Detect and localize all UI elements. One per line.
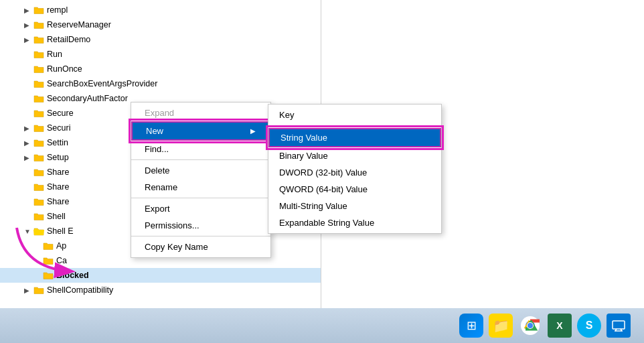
tree-item-label: Share — [47, 182, 69, 192]
folder-icon — [33, 19, 44, 30]
folder-icon — [33, 78, 44, 89]
submenu-item-label: Multi-String Value — [279, 201, 347, 211]
expand-arrow-icon: ▶ — [24, 287, 32, 294]
expand-arrow-icon: ▶ — [24, 125, 32, 132]
menu-separator — [131, 159, 270, 160]
tree-item-label: Share — [47, 197, 69, 206]
menu-item-label: Find... — [145, 144, 169, 154]
context-menu-item[interactable]: Permissions... — [131, 217, 270, 234]
tree-item-label: ShellCompatibility — [47, 285, 113, 295]
tree-item-label: SecondaryAuthFactor — [47, 94, 128, 103]
submenu-item[interactable]: Key — [268, 107, 441, 123]
menu-item-label: Expand — [145, 108, 174, 118]
menu-item-label: New — [146, 126, 163, 136]
submenu-item-label: Binary Value — [279, 151, 328, 161]
context-menu-item[interactable]: Export — [131, 200, 270, 217]
submenu-item[interactable]: Multi-String Value — [268, 198, 441, 214]
context-menu-item[interactable]: Delete — [131, 162, 270, 179]
folder-icon — [33, 123, 44, 133]
context-menu: ExpandNew▶Find...DeleteRenameExportPermi… — [131, 102, 271, 258]
folder-icon — [33, 64, 44, 74]
menu-item-label: Copy Key Name — [145, 242, 208, 252]
submenu-arrow-icon: ▶ — [250, 127, 256, 135]
expand-arrow-icon: ▶ — [24, 154, 32, 161]
folder-icon — [33, 108, 44, 119]
chrome-icon[interactable] — [518, 314, 542, 338]
folder-icon — [33, 49, 44, 60]
tree-item-label: SearchBoxEventArgsProvider — [47, 79, 157, 88]
submenu-item-label: Expandable String Value — [279, 218, 374, 228]
submenu-separator — [268, 125, 441, 126]
tree-item-label: Secure — [47, 109, 74, 118]
excel-icon[interactable]: X — [548, 314, 572, 338]
tree-item-label: ReserveManager — [47, 20, 111, 29]
expand-arrow-icon: ▶ — [24, 36, 32, 44]
arrow-annotation — [10, 221, 84, 283]
menu-item-label: Rename — [145, 182, 177, 192]
folder-icon — [33, 285, 44, 295]
tree-item-label: Shell — [47, 212, 66, 221]
folder-icon — [33, 137, 44, 148]
folder-icon — [33, 167, 44, 178]
tree-item-label: rempl — [47, 5, 68, 15]
tree-item-label: Run — [47, 50, 62, 59]
context-menu-item[interactable]: Rename — [131, 179, 270, 196]
file-explorer-icon[interactable]: 📁 — [489, 314, 513, 338]
folder-icon — [33, 152, 44, 163]
submenu-item-label: QWORD (64-bit) Value — [279, 184, 368, 194]
tree-item[interactable]: RunOnce — [0, 62, 321, 76]
tree-item-label: RetailDemo — [47, 35, 90, 44]
expand-arrow-icon: ▶ — [24, 21, 32, 29]
svg-point-4 — [528, 323, 533, 328]
submenu-item-label: String Value — [280, 133, 327, 143]
context-menu-item[interactable]: Expand — [131, 105, 270, 121]
skype-icon[interactable]: S — [577, 314, 601, 338]
rdp-icon[interactable] — [607, 314, 631, 338]
tree-item-label: Settin — [47, 138, 68, 147]
folder-icon — [33, 182, 44, 192]
submenu-item[interactable]: String Value — [268, 128, 441, 147]
folder-icon — [33, 211, 44, 222]
context-menu-item[interactable]: New▶ — [131, 121, 270, 141]
tree-item-label: RunOnce — [47, 64, 82, 74]
tree-item[interactable]: SearchBoxEventArgsProvider — [0, 76, 321, 91]
taskbar: ⊞ 📁 X S — [0, 308, 644, 343]
submenu-item[interactable]: DWORD (32-bit) Value — [268, 164, 441, 181]
context-menu-item[interactable]: Find... — [131, 141, 270, 157]
submenu-item[interactable]: Binary Value — [268, 147, 441, 164]
menu-item-label: Delete — [145, 165, 170, 176]
context-menu-item[interactable]: Copy Key Name — [131, 238, 270, 255]
submenu-item-label: DWORD (32-bit) Value — [279, 167, 367, 178]
submenu-item-label: Key — [279, 110, 294, 120]
tree-item[interactable]: ▶ ReserveManager — [0, 17, 321, 32]
tree-item[interactable]: ▶ RetailDemo — [0, 32, 321, 47]
tree-item-label: Setup — [47, 153, 69, 162]
folder-icon — [33, 34, 44, 45]
folder-icon — [33, 196, 44, 207]
menu-item-label: Export — [145, 204, 170, 214]
tree-item[interactable]: Run — [0, 47, 321, 62]
menu-separator — [131, 198, 270, 198]
expand-arrow-icon: ▶ — [24, 139, 32, 147]
menu-item-label: Permissions... — [145, 220, 199, 230]
submenu-item[interactable]: QWORD (64-bit) Value — [268, 181, 441, 198]
svg-rect-5 — [613, 321, 625, 329]
tree-item[interactable]: ▶ ShellCompatibility — [0, 283, 321, 297]
windows-icon[interactable]: ⊞ — [459, 314, 483, 338]
menu-separator — [131, 236, 270, 236]
submenu-item[interactable]: Expandable String Value — [268, 214, 441, 231]
expand-arrow-icon: ▶ — [24, 7, 32, 14]
tree-item-label: Share — [47, 167, 69, 177]
folder-icon — [33, 93, 44, 104]
tree-item[interactable]: ▶ rempl — [0, 3, 321, 17]
submenu: KeyString ValueBinary ValueDWORD (32-bit… — [268, 104, 442, 234]
folder-icon — [33, 5, 44, 15]
tree-item-label: Securi — [47, 123, 70, 133]
